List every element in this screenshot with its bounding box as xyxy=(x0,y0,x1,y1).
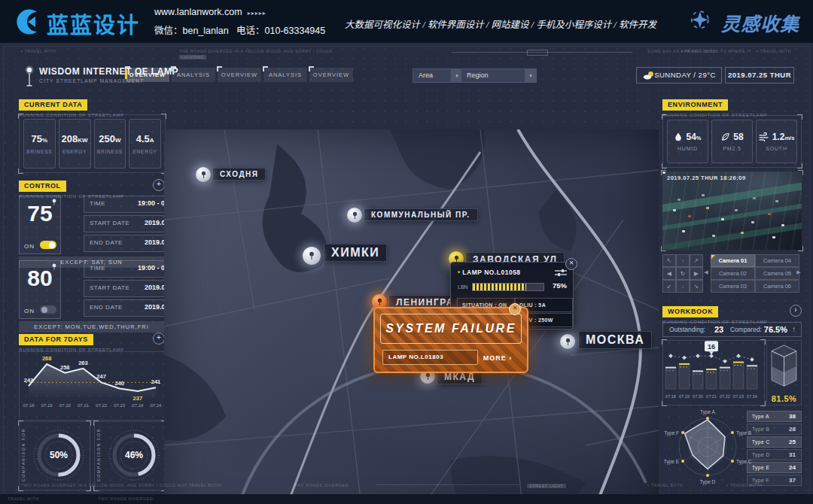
x-tick: 07.21 xyxy=(74,403,92,408)
svg-text:07.20: 07.20 xyxy=(693,394,703,399)
decor-bottom-poem: TWO ROADS DIVERGED IN A YELLOW WOOD, AND… xyxy=(21,483,223,487)
dashboard: ▪ TRAVEL WITH THE ROADS DIVERGED IN A YE… xyxy=(0,43,813,504)
svg-text:Type A: Type A xyxy=(700,409,716,415)
camera-list-next-icon[interactable]: ▶ xyxy=(796,254,802,290)
pan-up-button[interactable]: ↑ xyxy=(676,254,690,267)
map-pin-khimki[interactable] xyxy=(303,247,321,265)
camera-button-3[interactable]: Camera 03 xyxy=(711,280,755,293)
lbn-progress-fill xyxy=(473,284,526,290)
lbn-label: LBN xyxy=(458,284,468,290)
camera-button-4[interactable]: Camera 04 xyxy=(755,254,799,267)
camera-controls: ↖ ↑ ↗ ◀ ↻ ▶ ↙ ↓ ↘ ◀ Camera 01 Camera 02 … xyxy=(662,254,802,291)
decor-top-poem: THE ROADS DIVERGED IN A YELLOW WOOD, AND… xyxy=(179,49,333,53)
legend-row-type-c: Type C25 xyxy=(747,436,802,448)
schedule-2-toggle[interactable] xyxy=(40,305,56,314)
week-chart-x-axis: 07.1807.1907.2007.2107.2207.2307.2407.24 xyxy=(20,403,165,408)
more-button[interactable]: MORE › xyxy=(476,351,519,365)
camera-list-prev-icon[interactable]: ◀ xyxy=(703,254,709,290)
type-radar-chart: Type AType BType CType DType EType F xyxy=(664,406,754,487)
cube-icon xyxy=(767,342,801,393)
tab-overview-2[interactable]: OVERVIEW xyxy=(218,68,261,82)
pan-right-button[interactable]: ▶ xyxy=(690,267,703,280)
lamp-icon xyxy=(565,338,571,346)
lanes-decoration xyxy=(662,172,802,250)
lamp-icon xyxy=(425,372,431,381)
leaf-icon xyxy=(720,132,730,142)
close-icon[interactable]: ✕ xyxy=(509,303,521,315)
map-pin-moskva[interactable] xyxy=(560,334,575,349)
panel-week-chart: DATA FOR 7DAYS RUNNING CONDITION OF STRE… xyxy=(19,331,124,352)
svg-text:16: 16 xyxy=(708,343,715,351)
workbook-chart-frame: 07.1807.1907.2007.2107.2207.2307.2416 xyxy=(662,340,765,405)
tab-analysis-2[interactable]: ANALYSIS xyxy=(263,68,307,82)
close-icon[interactable]: ✕ xyxy=(565,258,577,270)
workbook-next-button[interactable]: › xyxy=(790,305,802,317)
sun-cloud-icon xyxy=(643,71,655,80)
decor-slider-handle xyxy=(527,50,548,56)
region-select[interactable]: Region ▾ xyxy=(461,68,537,83)
stat-card-briness: 75%BRINESS xyxy=(23,119,56,169)
camera-list: Camera 01 Camera 02 Camera 03 Camera 04 … xyxy=(711,254,798,291)
schedule-1-toggle[interactable] xyxy=(40,241,56,249)
streetlamp-icon xyxy=(24,65,35,88)
lbn-value: 75% xyxy=(553,281,567,290)
svg-text:243: 243 xyxy=(24,377,34,384)
workbook-stats: Outstanding: 23 Compared: 76.5% ↑ xyxy=(662,322,802,337)
map-pin-skhodnya[interactable] xyxy=(196,167,211,182)
comparison-gauge-2: COMPARISON FOR 46% xyxy=(94,421,166,490)
pan-down-left-button[interactable]: ↙ xyxy=(662,280,676,293)
pan-left-button[interactable]: ◀ xyxy=(662,267,676,280)
area-select[interactable]: Area ▾ xyxy=(413,68,463,83)
svg-text:268: 268 xyxy=(42,355,52,362)
bottom-bar: TRAVEL WITH TWO ROADS DIVERGED xyxy=(0,494,813,504)
camera-button-6[interactable]: Camera 06 xyxy=(755,280,799,293)
x-tick: 07.24 xyxy=(129,403,147,408)
brand-website: www.lanlanwork.com ▸▸▸▸▸ xyxy=(154,7,266,17)
svg-text:237: 237 xyxy=(133,395,143,402)
lamp-icon xyxy=(352,211,358,220)
tab-overview-3[interactable]: OVERVIEW xyxy=(309,68,353,82)
map-label-moskva[interactable]: МОСКВА xyxy=(578,331,652,349)
panel-environment: ENVIRONMENT RUNNING CONDITION OF STREETL… xyxy=(662,96,768,117)
city-map[interactable]: СХОДНЯ КОММУНАЛЬНЫЙ ПР. ХИМКИ ЗАВОДСКАЯ … xyxy=(164,129,659,504)
map-label-kommunalny[interactable]: КОММУНАЛЬНЫЙ ПР. xyxy=(364,208,478,221)
expand-week-chart-button[interactable]: + xyxy=(153,332,165,345)
reset-view-button[interactable]: ↻ xyxy=(676,267,690,280)
add-schedule-button[interactable]: + xyxy=(153,179,165,191)
camera-button-2[interactable]: Camera 02 xyxy=(711,267,755,280)
tab-bar: OVERVIEWANALYSISOVERVIEWANALYSISOVERVIEW xyxy=(126,68,355,82)
brand-services: 大数据可视化设计 / 软件界面设计 / 网站建设 / 手机及小程序设计 / 软件… xyxy=(345,17,684,31)
pan-up-left-button[interactable]: ↖ xyxy=(662,254,676,267)
weather-box: SUNNDAY / 29°C xyxy=(636,67,722,83)
svg-text:Type E: Type E xyxy=(664,459,680,465)
week-chart-badge: DATA FOR 7DAYS xyxy=(19,334,93,345)
map-pin-kommunalny[interactable] xyxy=(347,208,362,223)
pan-up-right-button[interactable]: ↗ xyxy=(690,254,703,267)
decor-bottom-diverged: TWO ROADS DIVERGED xyxy=(294,483,349,487)
svg-text:263: 263 xyxy=(78,360,88,366)
map-label-khimki[interactable]: ХИМКИ xyxy=(324,244,387,262)
map-label-skhodnya[interactable]: СХОДНЯ xyxy=(212,168,266,181)
decor-bottom-line xyxy=(376,484,519,485)
pan-down-right-button[interactable]: ↘ xyxy=(690,280,703,293)
tab-overview-1[interactable]: OVERVIEW xyxy=(126,68,169,82)
sliders-icon[interactable] xyxy=(555,269,567,276)
current-data-cards: 75%BRINESS 208KWENERGY 250WBRINESS 4.5AE… xyxy=(19,114,166,173)
pan-down-button[interactable]: ↓ xyxy=(676,280,690,293)
lamp-icon xyxy=(308,251,315,260)
comparison-gauge-1: COMPARISON FOR 50% xyxy=(19,421,90,490)
svg-text:Type D: Type D xyxy=(700,479,716,485)
camera-button-5[interactable]: Camera 05 xyxy=(755,267,799,280)
tab-analysis-1[interactable]: ANALYSIS xyxy=(172,68,215,82)
lamp-icon xyxy=(200,171,207,179)
weather-text: SUNNDAY / 29°C xyxy=(654,71,716,79)
camera-button-1[interactable]: Camera 01 xyxy=(711,254,755,267)
x-tick: 07.23 xyxy=(111,403,129,408)
decor-lighting-badge: LIGHTING xyxy=(179,55,206,59)
decor-street-light-badge: STREET LIGHT xyxy=(527,484,566,488)
lanlan-logo-icon xyxy=(12,7,42,37)
brightness-value: 80 xyxy=(20,266,60,291)
x-tick: 07.19 xyxy=(38,403,56,408)
panel-workbook: WORKBOOK RUNNING CONDITION OF STREETLAMP xyxy=(662,303,768,324)
svg-text:46%: 46% xyxy=(125,450,143,460)
